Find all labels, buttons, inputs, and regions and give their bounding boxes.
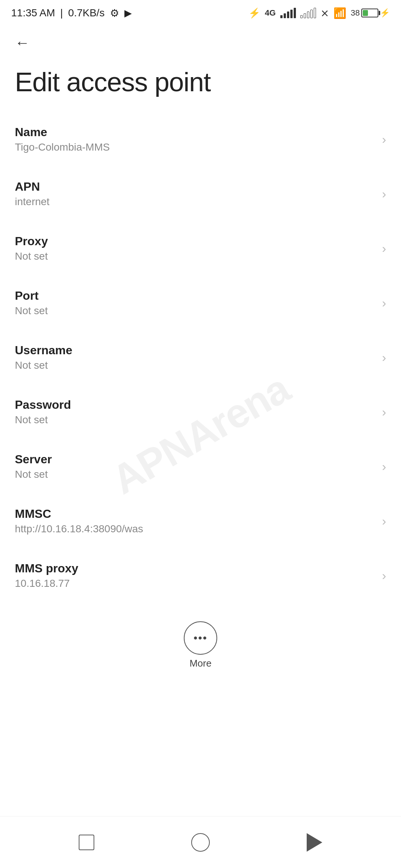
- chevron-right-icon: ›: [382, 132, 386, 147]
- battery-icon: [361, 9, 378, 17]
- settings-item-mms-proxy-label: MMS proxy: [15, 562, 375, 575]
- settings-item-name[interactable]: Name Tigo-Colombia-MMS ›: [0, 112, 401, 167]
- settings-item-username-content: Username Not set: [15, 343, 375, 371]
- settings-item-port[interactable]: Port Not set ›: [0, 276, 401, 330]
- chevron-right-icon: ›: [382, 568, 386, 583]
- settings-item-mmsc-label: MMSC: [15, 507, 375, 521]
- nav-triangle-icon: [307, 833, 322, 852]
- settings-icon: ⚙: [110, 7, 119, 19]
- settings-item-port-label: Port: [15, 289, 375, 303]
- time-display: 11:35 AM: [11, 7, 55, 19]
- battery-container: 38 ⚡: [351, 8, 390, 18]
- separator: |: [60, 7, 63, 19]
- status-bar-left: 11:35 AM | 0.7KB/s ⚙ ▶: [11, 7, 132, 19]
- settings-item-port-value: Not set: [15, 305, 375, 317]
- nav-home-button[interactable]: [186, 828, 215, 857]
- speed-display: 0.7KB/s: [68, 7, 105, 19]
- chevron-right-icon: ›: [382, 241, 386, 256]
- settings-item-proxy-value: Not set: [15, 250, 375, 262]
- settings-item-password-value: Not set: [15, 414, 375, 426]
- chevron-right-icon: ›: [382, 459, 386, 474]
- network-4g-icon: 4G: [265, 8, 276, 18]
- nav-square-icon: [79, 835, 94, 850]
- settings-item-mms-proxy[interactable]: MMS proxy 10.16.18.77 ›: [0, 548, 401, 603]
- settings-item-server-label: Server: [15, 453, 375, 466]
- back-arrow-icon: ←: [15, 34, 30, 51]
- nav-recent-apps-button[interactable]: [72, 828, 101, 857]
- settings-item-password-label: Password: [15, 398, 375, 412]
- settings-item-server[interactable]: Server Not set ›: [0, 439, 401, 494]
- settings-item-proxy-content: Proxy Not set: [15, 234, 375, 262]
- settings-item-password-content: Password Not set: [15, 398, 375, 426]
- wifi-connected-icon: 📶: [333, 7, 346, 19]
- settings-item-apn-label: APN: [15, 180, 375, 194]
- status-bar-right: ⚡ 4G ⨯ 📶 38 ⚡: [248, 7, 390, 19]
- settings-item-server-value: Not set: [15, 468, 375, 480]
- bluetooth-icon: ⚡: [248, 7, 260, 19]
- top-nav: ←: [0, 26, 401, 59]
- settings-item-name-value: Tigo-Colombia-MMS: [15, 141, 375, 153]
- battery-percent-text: 38: [351, 8, 360, 18]
- nav-circle-icon: [191, 833, 210, 852]
- settings-list: Name Tigo-Colombia-MMS › APN internet › …: [0, 112, 401, 603]
- settings-item-mms-proxy-content: MMS proxy 10.16.18.77: [15, 562, 375, 589]
- settings-item-username-value: Not set: [15, 359, 375, 371]
- chevron-right-icon: ›: [382, 350, 386, 365]
- settings-item-username-label: Username: [15, 343, 375, 357]
- settings-item-proxy-label: Proxy: [15, 234, 375, 248]
- settings-item-name-label: Name: [15, 125, 375, 139]
- chevron-right-icon: ›: [382, 296, 386, 310]
- settings-item-port-content: Port Not set: [15, 289, 375, 317]
- settings-item-username[interactable]: Username Not set ›: [0, 330, 401, 385]
- signal-bars-1: [280, 8, 296, 18]
- more-button[interactable]: •••: [184, 621, 217, 655]
- signal-bars-2: [300, 8, 316, 18]
- back-button[interactable]: ←: [11, 32, 33, 54]
- chevron-right-icon: ›: [382, 514, 386, 528]
- settings-item-proxy[interactable]: Proxy Not set ›: [0, 221, 401, 276]
- battery-fill: [363, 10, 368, 16]
- page-title: Edit access point: [0, 59, 401, 112]
- more-dots-icon: •••: [193, 632, 208, 644]
- settings-item-password[interactable]: Password Not set ›: [0, 385, 401, 439]
- settings-item-apn[interactable]: APN internet ›: [0, 167, 401, 221]
- chevron-right-icon: ›: [382, 405, 386, 419]
- more-button-container: ••• More: [0, 614, 401, 677]
- settings-item-server-content: Server Not set: [15, 453, 375, 480]
- video-icon: ▶: [124, 7, 132, 19]
- wifi-icon: ⨯: [320, 7, 329, 19]
- chevron-right-icon: ›: [382, 187, 386, 201]
- settings-item-mmsc[interactable]: MMSC http://10.16.18.4:38090/was ›: [0, 494, 401, 548]
- nav-back-button[interactable]: [300, 828, 329, 857]
- settings-item-mms-proxy-value: 10.16.18.77: [15, 578, 375, 589]
- settings-item-apn-value: internet: [15, 196, 375, 208]
- bottom-nav: [0, 816, 401, 868]
- settings-item-name-content: Name Tigo-Colombia-MMS: [15, 125, 375, 153]
- settings-item-mmsc-value: http://10.16.18.4:38090/was: [15, 523, 375, 535]
- settings-item-apn-content: APN internet: [15, 180, 375, 208]
- more-label: More: [189, 658, 211, 669]
- status-bar: 11:35 AM | 0.7KB/s ⚙ ▶ ⚡ 4G ⨯ 📶 38: [0, 0, 401, 26]
- settings-item-mmsc-content: MMSC http://10.16.18.4:38090/was: [15, 507, 375, 535]
- charging-icon: ⚡: [380, 8, 390, 18]
